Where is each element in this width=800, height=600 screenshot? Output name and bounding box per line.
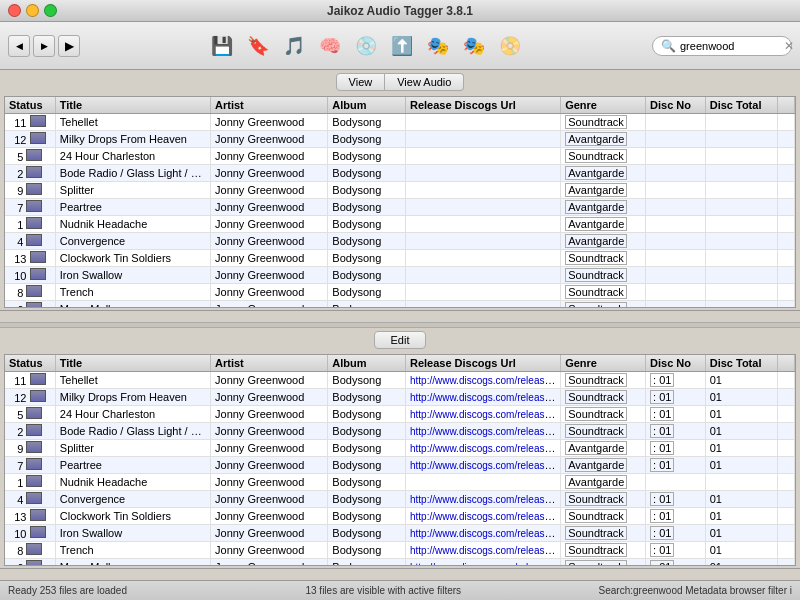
table-row[interactable]: 13 Clockwork Tin Soldiers Jonny Greenwoo… <box>5 508 795 525</box>
url-cell-b: http://www.discogs.com/release/757481 <box>405 559 560 566</box>
maximize-button[interactable] <box>44 4 57 17</box>
toolbar-icons: 💾 🔖 🎵 🧠 💿 ⬆️ 🎭 🎭 📀 <box>86 30 646 62</box>
top-table-body: 11 Tehellet Jonny Greenwood Bodysong Sou… <box>5 114 795 308</box>
title-cell: Convergence <box>55 233 210 250</box>
table-row[interactable]: 8 Trench Jonny Greenwood Bodysong Soundt… <box>5 284 795 301</box>
edit-button[interactable]: Edit <box>374 331 427 349</box>
genre-cell: Avantgarde <box>561 216 646 233</box>
table-row[interactable]: 10 Iron Swallow Jonny Greenwood Bodysong… <box>5 525 795 542</box>
status-icon <box>30 509 46 521</box>
genre-cell: Soundtrack <box>561 148 646 165</box>
title-cell: Splitter <box>55 182 210 199</box>
discno-cell-b: : 01 <box>646 372 706 389</box>
artist-cell: Jonny Greenwood <box>211 284 328 301</box>
table-row[interactable]: 6 Moon Mall Jonny Greenwood Bodysong Sou… <box>5 301 795 308</box>
view-audio-button[interactable]: View Audio <box>385 73 464 91</box>
table-row[interactable]: 11 Tehellet Jonny Greenwood Bodysong htt… <box>5 372 795 389</box>
table-row[interactable]: 13 Clockwork Tin Soldiers Jonny Greenwoo… <box>5 250 795 267</box>
discno-cell-b: : 01 <box>646 423 706 440</box>
disctotal-cell-b: 01 <box>705 542 778 559</box>
status-icon <box>26 234 42 246</box>
table-row[interactable]: 8 Trench Jonny Greenwood Bodysong http:/… <box>5 542 795 559</box>
status-icon <box>30 132 46 144</box>
table-row[interactable]: 9 Splitter Jonny Greenwood Bodysong http… <box>5 440 795 457</box>
artist-cell-b: Jonny Greenwood <box>211 559 328 566</box>
next-button[interactable]: ▶ <box>33 35 55 57</box>
album-cell-b: Bodysong <box>328 525 406 542</box>
bottom-scrollbar-h[interactable] <box>0 568 800 580</box>
discno-cell <box>646 165 706 182</box>
music-icon[interactable]: 🎵 <box>278 30 310 62</box>
table-row[interactable]: 7 Peartree Jonny Greenwood Bodysong http… <box>5 457 795 474</box>
top-table-container[interactable]: Status Title Artist Album Release Discog… <box>5 97 795 307</box>
genre-cell-b: Avantgarde <box>561 457 646 474</box>
transport-controls: ◀ ▶ ▶ <box>8 35 80 57</box>
table-row[interactable]: 12 Milky Drops From Heaven Jonny Greenwo… <box>5 131 795 148</box>
brain-icon[interactable]: 🧠 <box>314 30 346 62</box>
artist-cell-b: Jonny Greenwood <box>211 491 328 508</box>
col-discno: Disc No <box>646 97 706 114</box>
extra-cell-b <box>778 423 795 440</box>
url-cell <box>405 148 560 165</box>
artist-cell-b: Jonny Greenwood <box>211 406 328 423</box>
track-num-b: 9 <box>5 440 55 457</box>
table-row[interactable]: 9 Splitter Jonny Greenwood Bodysong Avan… <box>5 182 795 199</box>
album-cell: Bodysong <box>328 233 406 250</box>
album-cell-b: Bodysong <box>328 372 406 389</box>
view-button[interactable]: View <box>336 73 386 91</box>
album-cell-b: Bodysong <box>328 474 406 491</box>
search-input[interactable] <box>680 40 780 52</box>
extra-cell <box>778 233 795 250</box>
genre-cell-b: Soundtrack <box>561 372 646 389</box>
disctotal-cell <box>705 114 778 131</box>
cd-icon[interactable]: 📀 <box>494 30 526 62</box>
table-row[interactable]: 1 Nudnik Headache Jonny Greenwood Bodyso… <box>5 216 795 233</box>
url-cell-b: http://www.discogs.com/release/757481 <box>405 525 560 542</box>
minimize-button[interactable] <box>26 4 39 17</box>
discno-cell <box>646 114 706 131</box>
album-cell-b: Bodysong <box>328 559 406 566</box>
play-button[interactable]: ▶ <box>58 35 80 57</box>
window-controls[interactable] <box>8 4 57 17</box>
discno-cell-b: : 01 <box>646 542 706 559</box>
genre-cell-b: Soundtrack <box>561 559 646 566</box>
track-num-b: 4 <box>5 491 55 508</box>
table-row[interactable]: 5 24 Hour Charleston Jonny Greenwood Bod… <box>5 406 795 423</box>
table-row[interactable]: 12 Milky Drops From Heaven Jonny Greenwo… <box>5 389 795 406</box>
table-row[interactable]: 2 Bode Radio / Glass Light / Broke... Jo… <box>5 423 795 440</box>
bottom-table-panel: Status Title Artist Album Release Discog… <box>4 354 796 566</box>
table-row[interactable]: 1 Nudnik Headache Jonny Greenwood Bodyso… <box>5 474 795 491</box>
table-row[interactable]: 11 Tehellet Jonny Greenwood Bodysong Sou… <box>5 114 795 131</box>
person-icon[interactable]: 🎭 <box>458 30 490 62</box>
track-num-b: 11 <box>5 372 55 389</box>
search-box[interactable]: 🔍 ✕ <box>652 36 792 56</box>
extra-cell <box>778 182 795 199</box>
tag-icon[interactable]: 🔖 <box>242 30 274 62</box>
table-row[interactable]: 5 24 Hour Charleston Jonny Greenwood Bod… <box>5 148 795 165</box>
search-clear-icon[interactable]: ✕ <box>784 39 794 53</box>
album-cell: Bodysong <box>328 148 406 165</box>
extra-cell-b <box>778 491 795 508</box>
table-row[interactable]: 10 Iron Swallow Jonny Greenwood Bodysong… <box>5 267 795 284</box>
prev-button[interactable]: ◀ <box>8 35 30 57</box>
mask-icon[interactable]: 🎭 <box>422 30 454 62</box>
discno-cell <box>646 199 706 216</box>
disc-icon[interactable]: 💿 <box>350 30 382 62</box>
table-row[interactable]: 4 Convergence Jonny Greenwood Bodysong A… <box>5 233 795 250</box>
bottom-table-container[interactable]: Status Title Artist Album Release Discog… <box>5 355 795 565</box>
title-cell-b: Iron Swallow <box>55 525 210 542</box>
table-row[interactable]: 4 Convergence Jonny Greenwood Bodysong h… <box>5 491 795 508</box>
table-row[interactable]: 2 Bode Radio / Glass Light / Broke... Jo… <box>5 165 795 182</box>
up-icon[interactable]: ⬆️ <box>386 30 418 62</box>
discno-cell <box>646 284 706 301</box>
extra-cell <box>778 284 795 301</box>
close-button[interactable] <box>8 4 21 17</box>
table-row[interactable]: 7 Peartree Jonny Greenwood Bodysong Avan… <box>5 199 795 216</box>
top-scrollbar-h[interactable] <box>0 310 800 322</box>
disctotal-cell-b: 01 <box>705 372 778 389</box>
discno-cell-b: : 01 <box>646 457 706 474</box>
title-cell-b: Tehellet <box>55 372 210 389</box>
table-row[interactable]: 6 Moon Mall Jonny Greenwood Bodysong htt… <box>5 559 795 566</box>
title-cell-b: Clockwork Tin Soldiers <box>55 508 210 525</box>
save-icon[interactable]: 💾 <box>206 30 238 62</box>
